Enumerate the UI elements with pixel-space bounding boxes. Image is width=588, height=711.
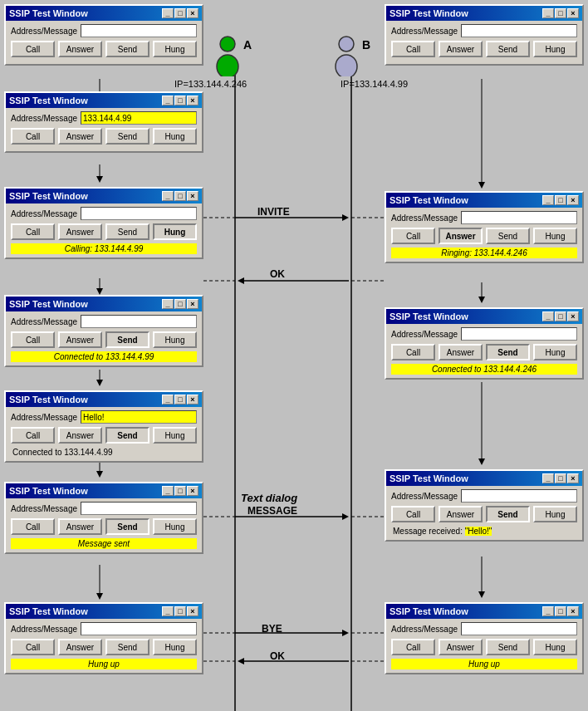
- min-btn-l5[interactable]: _: [162, 395, 174, 405]
- send-btn-r2[interactable]: Send: [486, 228, 530, 244]
- call-btn-r3[interactable]: Call: [391, 344, 435, 360]
- status-l5: Connected to 133.144.4.99: [11, 447, 197, 458]
- answer-btn-l6[interactable]: Answer: [58, 518, 102, 535]
- min-btn-l6[interactable]: _: [162, 486, 174, 496]
- min-btn-r5[interactable]: _: [542, 606, 554, 616]
- max-btn-l1[interactable]: □: [174, 8, 186, 18]
- send-btn-r5[interactable]: Send: [486, 639, 530, 655]
- addr-input-l3[interactable]: [81, 207, 197, 220]
- call-btn-l7[interactable]: Call: [11, 639, 55, 655]
- send-btn-l1[interactable]: Send: [105, 41, 149, 57]
- close-btn-l7[interactable]: ×: [187, 606, 198, 616]
- close-btn-l1[interactable]: ×: [187, 8, 198, 18]
- hung-btn-l6[interactable]: Hung: [153, 518, 197, 535]
- close-btn-r3[interactable]: ×: [567, 311, 579, 321]
- send-btn-l5[interactable]: Send: [105, 427, 149, 444]
- addr-input-r2[interactable]: [461, 211, 577, 224]
- min-btn-l3[interactable]: _: [162, 191, 174, 201]
- hung-btn-r4[interactable]: Hung: [533, 506, 577, 522]
- addr-input-r4[interactable]: [461, 489, 577, 503]
- max-btn-r4[interactable]: □: [555, 473, 566, 483]
- answer-btn-r1[interactable]: Answer: [439, 41, 483, 57]
- max-btn-l3[interactable]: □: [174, 191, 186, 201]
- max-btn-l7[interactable]: □: [174, 606, 186, 616]
- call-btn-r4[interactable]: Call: [391, 506, 435, 522]
- call-btn-r2[interactable]: Call: [391, 228, 435, 244]
- hung-btn-l2[interactable]: Hung: [153, 128, 197, 145]
- close-btn-r2[interactable]: ×: [567, 195, 579, 205]
- addr-input-r5[interactable]: [461, 622, 577, 635]
- max-btn-l4[interactable]: □: [174, 299, 186, 309]
- addr-input-l1[interactable]: [81, 24, 197, 37]
- hung-btn-l3[interactable]: Hung: [153, 223, 197, 240]
- answer-btn-l7[interactable]: Answer: [58, 639, 102, 655]
- status-r3: Connected to 133.144.4.246: [391, 364, 577, 375]
- svg-point-45: [336, 55, 357, 76]
- answer-btn-l1[interactable]: Answer: [58, 41, 102, 57]
- addr-input-l5[interactable]: [81, 410, 197, 424]
- max-btn-l6[interactable]: □: [174, 486, 186, 496]
- send-btn-l4[interactable]: Send: [105, 331, 149, 348]
- close-btn-l5[interactable]: ×: [187, 395, 198, 405]
- addr-input-l7[interactable]: [81, 622, 197, 635]
- answer-btn-r5[interactable]: Answer: [439, 639, 483, 655]
- send-btn-r4[interactable]: Send: [486, 506, 530, 522]
- answer-btn-l2[interactable]: Answer: [58, 128, 102, 145]
- min-btn-r3[interactable]: _: [542, 311, 554, 321]
- close-btn-l2[interactable]: ×: [187, 96, 198, 105]
- call-btn-l3[interactable]: Call: [11, 223, 55, 240]
- answer-btn-r2[interactable]: Answer: [439, 228, 483, 244]
- hung-btn-r1[interactable]: Hung: [533, 41, 577, 57]
- answer-btn-r3[interactable]: Answer: [439, 344, 483, 360]
- hung-btn-r3[interactable]: Hung: [533, 344, 577, 360]
- addr-input-r3[interactable]: [461, 327, 577, 341]
- min-btn-r2[interactable]: _: [542, 195, 554, 205]
- send-btn-l7[interactable]: Send: [105, 639, 149, 655]
- close-btn-l4[interactable]: ×: [187, 299, 198, 309]
- min-btn-l2[interactable]: _: [162, 96, 174, 105]
- hung-btn-r5[interactable]: Hung: [533, 639, 577, 655]
- min-btn-r1[interactable]: _: [542, 8, 554, 18]
- answer-btn-l4[interactable]: Answer: [58, 331, 102, 348]
- call-btn-l6[interactable]: Call: [11, 518, 55, 535]
- call-btn-l1[interactable]: Call: [11, 41, 55, 57]
- msg-text-dialog: Text dialog: [241, 492, 297, 504]
- min-btn-l7[interactable]: _: [162, 606, 174, 616]
- close-btn-r1[interactable]: ×: [567, 8, 579, 18]
- hung-btn-l5[interactable]: Hung: [153, 427, 197, 444]
- addr-input-r1[interactable]: [461, 24, 577, 37]
- max-btn-r3[interactable]: □: [555, 311, 566, 321]
- addr-input-l4[interactable]: [81, 315, 197, 328]
- hung-btn-l4[interactable]: Hung: [153, 331, 197, 348]
- hung-btn-r2[interactable]: Hung: [533, 228, 577, 244]
- close-btn-r4[interactable]: ×: [567, 473, 579, 483]
- close-btn-l6[interactable]: ×: [187, 486, 198, 496]
- addr-input-l2[interactable]: [81, 111, 197, 125]
- call-btn-r1[interactable]: Call: [391, 41, 435, 57]
- answer-btn-r4[interactable]: Answer: [439, 506, 483, 522]
- call-btn-l2[interactable]: Call: [11, 128, 55, 145]
- answer-btn-l5[interactable]: Answer: [58, 427, 102, 444]
- answer-btn-l3[interactable]: Answer: [58, 223, 102, 240]
- max-btn-l2[interactable]: □: [174, 96, 186, 105]
- hung-btn-l1[interactable]: Hung: [153, 41, 197, 57]
- addr-input-l6[interactable]: [81, 502, 197, 515]
- send-btn-l2[interactable]: Send: [105, 128, 149, 145]
- call-btn-l4[interactable]: Call: [11, 331, 55, 348]
- close-btn-r5[interactable]: ×: [567, 606, 579, 616]
- max-btn-l5[interactable]: □: [174, 395, 186, 405]
- send-btn-r3[interactable]: Send: [486, 344, 530, 360]
- send-btn-r1[interactable]: Send: [486, 41, 530, 57]
- min-btn-l1[interactable]: _: [162, 8, 174, 18]
- min-btn-r4[interactable]: _: [542, 473, 554, 483]
- call-btn-r5[interactable]: Call: [391, 639, 435, 655]
- call-btn-l5[interactable]: Call: [11, 427, 55, 444]
- max-btn-r5[interactable]: □: [555, 606, 566, 616]
- min-btn-l4[interactable]: _: [162, 299, 174, 309]
- hung-btn-l7[interactable]: Hung: [153, 639, 197, 655]
- send-btn-l6[interactable]: Send: [105, 518, 149, 535]
- max-btn-r1[interactable]: □: [555, 8, 566, 18]
- max-btn-r2[interactable]: □: [555, 195, 566, 205]
- close-btn-l3[interactable]: ×: [187, 191, 198, 201]
- send-btn-l3[interactable]: Send: [105, 223, 149, 240]
